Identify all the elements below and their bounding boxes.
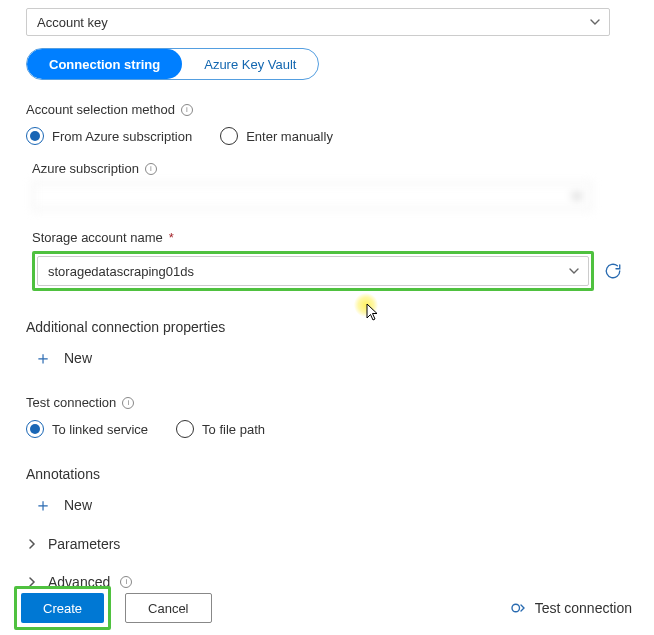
azure-subscription-label: Azure subscription i <box>32 161 628 176</box>
auth-type-value: Account key <box>37 15 108 30</box>
test-connection-link[interactable]: Test connection <box>509 599 632 617</box>
tab-azure-key-vault[interactable]: Azure Key Vault <box>182 49 318 79</box>
chevron-right-icon <box>26 538 38 550</box>
create-button[interactable]: Create <box>21 593 104 623</box>
radio-to-linked-service[interactable]: To linked service <box>26 420 148 438</box>
account-selection-header: Account selection method i <box>26 102 628 117</box>
storage-account-label: Storage account name * <box>32 230 628 245</box>
test-connection-header: Test connection i <box>26 395 628 410</box>
add-new-property[interactable]: ＋ New <box>34 349 628 367</box>
chevron-down-icon <box>568 265 580 277</box>
radio-icon <box>26 420 44 438</box>
storage-account-select[interactable]: storagedatascraping01ds <box>37 256 589 286</box>
add-new-annotation[interactable]: ＋ New <box>34 496 628 514</box>
annotations-header: Annotations <box>26 466 628 482</box>
parameters-expand[interactable]: Parameters <box>26 536 628 552</box>
storage-account-value: storagedatascraping01ds <box>48 264 194 279</box>
svg-point-0 <box>512 604 520 612</box>
auth-type-select[interactable]: Account key <box>26 8 610 36</box>
info-icon[interactable]: i <box>181 104 193 116</box>
tab-connection-string[interactable]: Connection string <box>27 49 182 79</box>
radio-icon <box>176 420 194 438</box>
radio-enter-manually[interactable]: Enter manually <box>220 127 333 145</box>
radio-to-file-path[interactable]: To file path <box>176 420 265 438</box>
cancel-button[interactable]: Cancel <box>125 593 211 623</box>
refresh-icon[interactable] <box>604 262 622 280</box>
info-icon[interactable]: i <box>145 163 157 175</box>
radio-icon <box>220 127 238 145</box>
create-button-highlight: Create <box>14 586 111 630</box>
plus-icon: ＋ <box>34 349 52 367</box>
azure-subscription-select[interactable] <box>32 182 592 210</box>
storage-account-highlight: storagedatascraping01ds <box>32 251 594 291</box>
chevron-down-icon <box>589 16 601 28</box>
info-icon[interactable]: i <box>122 397 134 409</box>
radio-from-azure[interactable]: From Azure subscription <box>26 127 192 145</box>
footer: Create Cancel Test connection <box>14 585 632 631</box>
chevron-down-icon <box>571 190 583 202</box>
additional-properties-header: Additional connection properties <box>26 319 628 335</box>
auth-method-tabs: Connection string Azure Key Vault <box>26 48 319 80</box>
radio-icon <box>26 127 44 145</box>
plus-icon: ＋ <box>34 496 52 514</box>
